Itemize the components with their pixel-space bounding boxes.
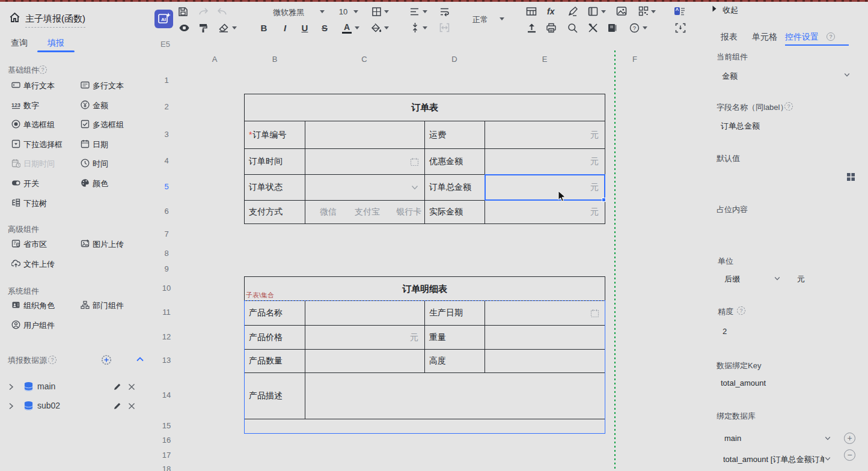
datasource-add-icon[interactable] — [101, 354, 112, 365]
function-icon[interactable]: fx — [546, 7, 558, 16]
panel-tab-widget-settings[interactable]: 控件设置 — [785, 32, 819, 43]
merge-cells-icon[interactable] — [439, 23, 450, 32]
home-icon[interactable] — [9, 12, 20, 23]
datasource-help-icon[interactable]: ? — [48, 356, 57, 364]
borders-icon[interactable] — [371, 7, 382, 17]
bold-icon[interactable]: B — [259, 23, 269, 33]
cell-b4[interactable]: 订单时间 — [244, 148, 305, 175]
cell-e6[interactable]: 元 — [484, 200, 605, 224]
row-header-10[interactable]: 10 — [154, 284, 179, 293]
datasource-row-sub02[interactable]: sub02 — [0, 401, 154, 412]
tab-fill[interactable]: 填报 — [47, 38, 64, 49]
panel-tab-report[interactable]: 报表 — [721, 32, 738, 43]
cell-e3[interactable]: 元 — [484, 121, 605, 149]
unit-position-chevron-icon[interactable] — [774, 276, 780, 282]
fit-screen-icon[interactable] — [675, 23, 686, 33]
panel-collapse-icon[interactable] — [712, 5, 717, 12]
table2-title-cell[interactable]: 订单明细表 子表\集合 — [244, 276, 605, 301]
row-header-11[interactable]: 11 — [154, 308, 179, 317]
row-header-13[interactable]: 13 — [154, 356, 179, 365]
cell-c4[interactable] — [305, 148, 425, 175]
search-icon[interactable] — [567, 23, 578, 33]
row-header-9[interactable]: 9 — [154, 264, 179, 273]
row-header-16[interactable]: 16 — [154, 436, 179, 445]
expand-chevron-icon[interactable] — [8, 383, 14, 390]
insert-table-icon[interactable] — [526, 7, 537, 16]
column-header-D[interactable]: D — [442, 55, 466, 64]
precision-help-icon[interactable]: ? — [737, 306, 745, 315]
row-header-17[interactable]: 17 — [154, 451, 179, 460]
cell-e4[interactable]: 元 — [484, 148, 605, 175]
column-header-B[interactable]: B — [263, 55, 287, 64]
panel-tab-cell[interactable]: 单元格 — [752, 32, 777, 43]
row-header-14[interactable]: 14 — [154, 390, 179, 400]
vertical-align-icon[interactable] — [410, 22, 420, 33]
row-header-7[interactable]: 7 — [154, 229, 179, 239]
precision-value[interactable]: 2 — [723, 327, 727, 336]
format-style-select[interactable]: 正常 — [472, 14, 488, 25]
field-name-help-icon[interactable]: ? — [784, 102, 793, 111]
bind-variable-icon[interactable] — [846, 172, 855, 181]
save-icon[interactable] — [178, 7, 188, 17]
datasource-collapse-icon[interactable] — [136, 356, 144, 362]
cell-c5[interactable] — [305, 174, 425, 201]
current-component-value[interactable]: 金额 — [722, 71, 738, 82]
cell-d3[interactable]: 运费 — [424, 121, 485, 149]
font-size-select[interactable]: 10 — [337, 7, 350, 16]
font-family-select[interactable]: 微软雅黑 — [270, 7, 307, 18]
column-header-C[interactable]: C — [352, 55, 376, 64]
row-header-18[interactable]: 18 — [154, 464, 179, 471]
row-header-5[interactable]: 5 — [154, 182, 179, 191]
image-icon[interactable] — [616, 6, 627, 16]
add-binding-icon[interactable]: + — [844, 433, 855, 444]
cell-b6[interactable]: 支付方式 — [244, 200, 305, 224]
help-icon[interactable]: ? — [629, 23, 640, 33]
delete-x-icon[interactable] — [128, 383, 135, 390]
redo-icon[interactable] — [198, 7, 209, 16]
tab-query[interactable]: 查询 — [11, 38, 28, 49]
ai-button[interactable]: AI — [154, 10, 173, 28]
column-header-A[interactable]: A — [203, 55, 227, 64]
row-header-12[interactable]: 12 — [154, 332, 179, 341]
unit-position-select[interactable]: 后缀 — [724, 274, 740, 285]
edit-pencil-icon[interactable] — [113, 402, 121, 410]
bind-field-chevron-icon[interactable] — [825, 456, 831, 462]
remove-binding-icon[interactable]: − — [844, 449, 855, 461]
delete-x-icon[interactable] — [128, 403, 135, 410]
align-icon[interactable] — [409, 7, 420, 16]
cell-b5[interactable]: 订单状态 — [244, 174, 305, 201]
row-header-4[interactable]: 4 — [154, 156, 179, 165]
underline-icon[interactable]: U — [300, 23, 310, 33]
sign-pen-icon[interactable] — [567, 6, 578, 17]
theme-board-icon[interactable] — [607, 23, 617, 33]
field-name-value[interactable]: 订单总金额 — [721, 121, 760, 132]
cell-b3[interactable]: *订单编号 — [244, 121, 305, 149]
font-color-icon[interactable]: A — [342, 22, 352, 34]
cell-d5[interactable]: 订单总金额 — [424, 174, 485, 201]
widget-settings-help-icon[interactable]: ? — [827, 32, 835, 41]
cell-c6[interactable]: 微信 支付宝 银行卡 — [305, 200, 425, 224]
edit-pencil-icon[interactable] — [113, 383, 121, 391]
upload-icon[interactable] — [527, 22, 537, 33]
cell-d6[interactable]: 实际金额 — [424, 200, 485, 224]
datasource-row-main[interactable]: main — [0, 381, 154, 392]
qrcode-icon[interactable] — [638, 6, 649, 16]
cell-d4[interactable]: 优惠金额 — [424, 148, 485, 175]
wrap-icon[interactable] — [439, 7, 450, 16]
preview-eye-icon[interactable] — [179, 23, 190, 32]
row-header-15[interactable]: 15 — [154, 421, 179, 430]
row-header-6[interactable]: 6 — [154, 207, 179, 216]
expand-chevron-icon[interactable] — [8, 403, 14, 410]
tools-icon[interactable] — [588, 23, 599, 33]
format-painter-icon[interactable] — [198, 23, 208, 33]
bind-field-select[interactable]: total_amount [订单总金额订单 — [723, 454, 824, 465]
row-header-2[interactable]: 2 — [154, 102, 179, 111]
bind-db-chevron-icon[interactable] — [825, 436, 831, 442]
current-component-chevron-icon[interactable] — [844, 72, 850, 78]
ai-cell-icon[interactable] — [674, 6, 685, 16]
column-header-E[interactable]: E — [533, 55, 557, 64]
row-header-8[interactable]: 8 — [154, 249, 179, 258]
row-header-3[interactable]: 3 — [154, 130, 179, 139]
freeze-columns-icon[interactable] — [588, 7, 598, 16]
italic-icon[interactable]: I — [280, 23, 290, 33]
